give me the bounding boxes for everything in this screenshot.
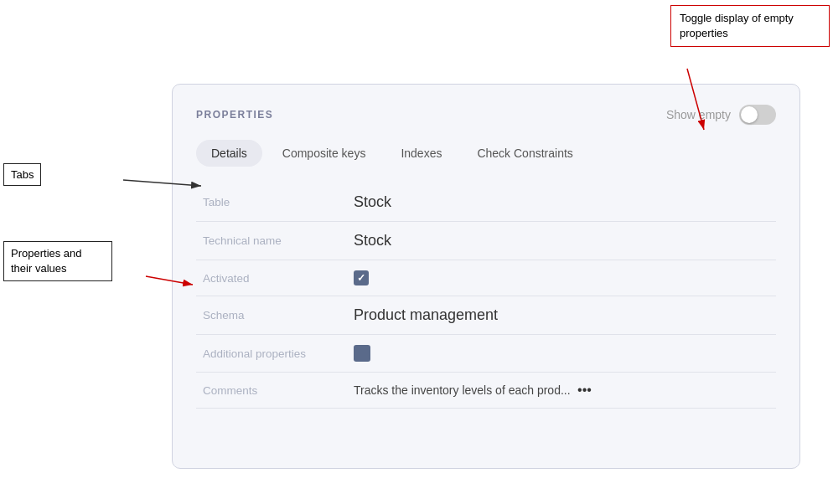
panel-header: PROPERTIES Show empty [196,105,776,125]
prop-value-schema: Product management [347,296,776,335]
tab-check-constraints[interactable]: Check Constraints [462,140,587,167]
prop-label-technical-name: Technical name [196,222,347,260]
table-row: Technical name Stock [196,222,776,260]
prop-value-additional [347,335,776,373]
tabs-annotation-text: Tabs [11,168,34,181]
show-empty-group: Show empty [666,105,776,125]
additional-properties-button[interactable] [354,345,370,362]
table-row: Schema Product management [196,296,776,335]
show-empty-toggle[interactable] [739,105,776,125]
properties-panel: PROPERTIES Show empty Details Composite … [172,84,800,469]
properties-annotation-box: Properties and their values [3,241,112,281]
prop-value-activated [347,260,776,296]
prop-value-table: Stock [347,183,776,222]
comments-text: Tracks the inventory levels of each prod… [354,383,571,397]
prop-value-comments: Tracks the inventory levels of each prod… [347,373,776,409]
table-row: Additional properties [196,335,776,373]
prop-label-activated: Activated [196,260,347,296]
properties-annotation-text: Properties and their values [11,247,82,275]
tab-details[interactable]: Details [196,140,262,167]
properties-table: Table Stock Technical name Stock Activat… [196,183,776,409]
panel-title: PROPERTIES [196,109,273,121]
tab-composite-keys[interactable]: Composite keys [267,140,381,167]
toggle-annotation-text: Toggle display of empty properties [680,12,794,39]
table-row: Comments Tracks the inventory levels of … [196,373,776,409]
toggle-annotation-box: Toggle display of empty properties [670,5,830,47]
tabs-annotation-box: Tabs [3,163,41,186]
tab-indexes[interactable]: Indexes [385,140,457,167]
tabs-container: Details Composite keys Indexes Check Con… [196,140,776,167]
prop-label-comments: Comments [196,373,347,409]
table-row: Activated [196,260,776,296]
prop-value-technical-name: Stock [347,222,776,260]
table-row: Table Stock [196,183,776,222]
show-empty-label: Show empty [666,108,731,121]
prop-label-additional: Additional properties [196,335,347,373]
comments-ellipsis-button[interactable]: ••• [577,383,592,398]
prop-label-table: Table [196,183,347,222]
prop-label-schema: Schema [196,296,347,335]
toggle-knob [741,106,758,123]
activated-checkbox[interactable] [354,270,369,285]
